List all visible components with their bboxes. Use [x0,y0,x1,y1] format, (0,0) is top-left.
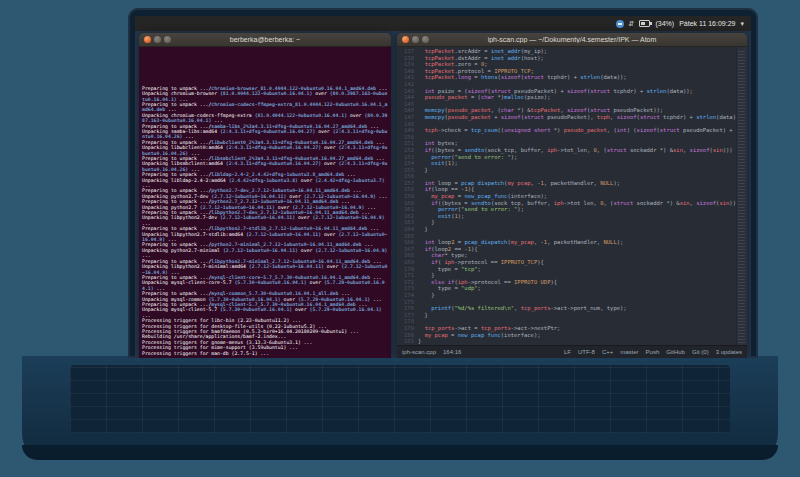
code-line[interactable]: 169 if( iph->protocol == IPPROTO_TCP){ [397,259,736,266]
code-line[interactable]: 171 } [397,272,736,279]
maximize-button[interactable] [422,36,429,43]
maximize-button[interactable] [164,36,171,43]
laptop-screen: ⇵ (34%) Pátek 11 16:09:29 ▾ berberka@ber… [128,8,758,358]
line-number: 171 [397,272,418,279]
code-line[interactable]: 155 } [397,167,736,174]
status-item[interactable]: UTF-8 [578,349,595,355]
line-number: 146 [397,107,418,114]
line-number: 163 [397,219,418,226]
line-number: 179 [397,325,418,332]
code-line[interactable]: 141 tcpPacket.long = htons(sizeof(struct… [397,74,736,81]
code-line[interactable]: 137 tcpPacket.srcAddr = inet_addr(my_ip)… [397,48,736,55]
status-cursor-position[interactable]: 164:16 [443,349,461,355]
code-line[interactable]: 146 memcpy(pseudo_packet, (char *) &tcpP… [397,107,736,114]
code-line[interactable]: 153 perror("send to error: "); [397,154,736,161]
code-line[interactable]: 142 [397,81,736,88]
code-line[interactable]: 180 my_pcap = new_pcap_func(interface); [397,332,736,339]
terminal-window: berberka@berberka: ~ Preparing to unpack… [139,33,391,358]
code-line[interactable]: 174 } [397,292,736,299]
status-item[interactable]: GitHub [666,349,685,355]
code-line[interactable]: 143 int psize = (sizeof(struct pseudoPac… [397,88,736,95]
code-line[interactable]: 145 [397,101,736,108]
code-line[interactable]: 160 if((bytes = sendto(sock_tcp, buffer,… [397,200,736,207]
code-line[interactable]: 159 my_pcap = new_pcap_func(interface); [397,193,736,200]
code-line[interactable]: 144 pseudo_packet = (char *)malloc(psize… [397,94,736,101]
line-number: 174 [397,292,418,299]
line-number: 154 [397,160,418,167]
line-number: 173 [397,285,418,292]
code-line[interactable]: 181} [397,338,736,345]
code-line[interactable]: 179 tcp_ports->act = tcp_ports->act->nex… [397,325,736,332]
code-line[interactable]: 149 tcph->check = tcp_csum((unsigned sho… [397,127,736,134]
messages-icon[interactable] [616,20,624,28]
line-number: 155 [397,167,418,174]
code-line[interactable]: 164 } [397,226,736,233]
code-line[interactable]: 157 int loop = pcap_dispatch(my_pcap, -1… [397,180,736,187]
status-item[interactable]: Push [646,349,660,355]
session-menu-icon[interactable]: ▾ [740,20,744,27]
line-number: 169 [397,259,418,266]
code-line[interactable]: 176 printf("%d/%s filtered\n", tcp_ports… [397,305,736,312]
code-line[interactable]: 139 tcpPacket.zero = 0; [397,61,736,68]
code-line[interactable]: 172 else if(iph->protocol == IPPROTO_UDP… [397,279,736,286]
line-number: 151 [397,140,418,147]
clock[interactable]: Pátek 11 16:09:29 [679,20,735,27]
code-line[interactable]: 161 perror("send to error: "); [397,206,736,213]
code-line[interactable]: 177 } [397,312,736,319]
code-line[interactable]: 178 [397,318,736,325]
line-number: 148 [397,121,418,128]
close-button[interactable] [402,36,409,43]
minimize-button[interactable] [412,36,419,43]
code-line[interactable]: 166 int loop2 = pcap_dispatch(my_pcap, -… [397,239,736,246]
line-number: 167 [397,246,418,253]
code-line[interactable]: 170 type = "tcp"; [397,266,736,273]
line-number: 144 [397,94,418,101]
line-number: 161 [397,206,418,213]
code-line[interactable]: 173 type = "udp"; [397,285,736,292]
code-line[interactable]: 158 if(loop == -1){ [397,186,736,193]
code-line[interactable]: 165 [397,233,736,240]
status-file[interactable]: iph-scan.cpp [402,349,436,355]
editor-titlebar[interactable]: iph-scan.cpp — ~/Dokumenty/4.semester/IP… [397,33,747,47]
line-number: 157 [397,180,418,187]
line-number: 150 [397,134,418,141]
code-line[interactable]: 152 if((bytes = sendto(sock_tcp, buffer,… [397,147,736,154]
code-line[interactable]: 167 if(loop2 == -1){ [397,246,736,253]
code-line[interactable]: 154 exit(1); [397,160,736,167]
editor-lines[interactable]: 137 tcpPacket.srcAddr = inet_addr(my_ip)… [397,47,736,345]
code-line[interactable]: 163 } [397,219,736,226]
terminal-output[interactable]: Preparing to unpack .../chromium-browser… [139,47,391,358]
network-icon[interactable]: ⇵ [629,20,635,27]
code-line[interactable]: 175 [397,299,736,306]
terminal-line: Unpacking libpython2.7-minimal:amd64 (2.… [142,264,388,275]
line-number: 139 [397,61,418,68]
status-item[interactable]: Git (0) [692,349,709,355]
terminal-line: Unpacking samba-libs:amd64 (2:4.3.11+dfs… [142,129,388,140]
close-button[interactable] [144,36,151,43]
terminal-titlebar[interactable]: berberka@berberka: ~ [139,33,391,47]
minimize-button[interactable] [154,36,161,43]
status-item[interactable]: C++ [602,349,613,355]
terminal-title: berberka@berberka: ~ [139,36,391,43]
code-line[interactable]: 140 tcpPacket.protocol = IPPROTO_TCP; [397,68,736,75]
battery-percentage[interactable]: (34%) [655,20,674,27]
line-number: 166 [397,239,418,246]
code-line[interactable]: 168 char* type; [397,252,736,259]
code-line[interactable]: 162 exit(1); [397,213,736,220]
line-number: 178 [397,318,418,325]
status-item[interactable]: master [620,349,638,355]
code-line[interactable]: 150 [397,134,736,141]
code-line[interactable]: 147 memcpy(pseudo_packet + sizeof(struct… [397,114,736,121]
battery-icon[interactable] [639,20,650,27]
code-line[interactable]: 148 [397,121,736,128]
line-number: 153 [397,154,418,161]
code-line[interactable]: 156 [397,173,736,180]
status-item[interactable]: 3 updates [716,349,742,355]
status-item[interactable]: LF [564,349,571,355]
line-number: 158 [397,186,418,193]
desktop: ⇵ (34%) Pátek 11 16:09:29 ▾ berberka@ber… [135,16,751,358]
minimap[interactable] [736,47,747,345]
line-number: 165 [397,233,418,240]
code-line[interactable]: 151 int bytes; [397,140,736,147]
code-line[interactable]: 138 tcpPacket.dstAddr = inet_addr(host); [397,55,736,62]
